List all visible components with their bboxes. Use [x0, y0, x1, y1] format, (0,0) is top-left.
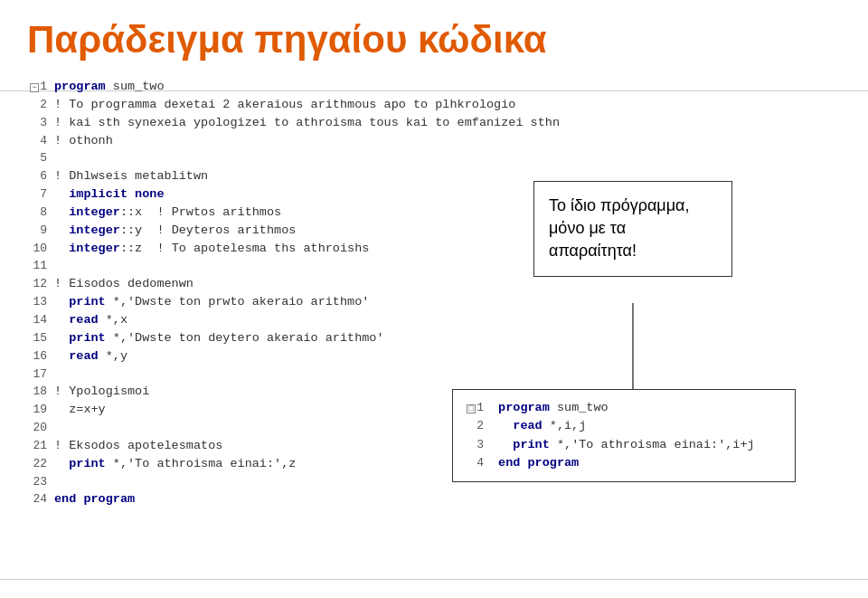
line-num: 6 [27, 168, 47, 185]
code-line-14: 14 read *,x [27, 311, 561, 329]
code-line-15: 15 print *,'Dwste ton deytero akeraio ar… [27, 329, 561, 347]
mini-code-line-1: □1 program sum_two [466, 399, 782, 417]
code-line-8: 8 integer::x ! Prwtos arithmos [27, 204, 561, 222]
code-line-16: 16 read *,y [27, 347, 561, 365]
code-text: read *,x [54, 311, 127, 329]
line-num: □1 [466, 399, 484, 417]
line-num: 5 [27, 150, 47, 167]
mini-code-text: end program [498, 456, 579, 470]
mini-code-line-2: 2 read *,i,j [466, 417, 782, 435]
line-num: 4 [466, 454, 484, 472]
line-num: 4 [27, 133, 47, 150]
mini-code-text: print *,'To athroisma einai:',i+j [498, 438, 755, 451]
tooltip-line2: μόνο με τα απαραίτητα! [549, 219, 637, 260]
bottom-divider [0, 579, 868, 580]
code-text: ! kai sth synexeia ypologizei to athrois… [54, 114, 560, 132]
code-line-5: 5 [27, 149, 561, 167]
mini-collapse-icon[interactable]: □ [467, 404, 476, 413]
code-line-7: 7 implicit none [27, 185, 561, 204]
line-num: 18 [27, 384, 47, 401]
code-text: print *,'Dwste ton deytero akeraio arith… [54, 329, 384, 347]
code-text: read *,y [54, 347, 127, 365]
mini-code-text: program sum_two [498, 401, 609, 414]
code-text [54, 419, 61, 437]
code-text: program sum_two [54, 78, 165, 96]
line-num: 22 [27, 456, 47, 473]
code-line-4: 4 ! othonh [27, 132, 561, 150]
line-num: 8 [27, 204, 47, 222]
mini-code-line-3: 3 print *,'To athroisma einai:',i+j [466, 436, 782, 454]
line-num: 20 [27, 420, 47, 437]
line-num: 11 [27, 258, 47, 275]
code-text: print *,'Dwste ton prwto akeraio arithmo… [54, 293, 369, 311]
code-line-1: −1 program sum_two [27, 78, 561, 96]
code-text: ! Eisodos dedomenwn [54, 275, 193, 293]
code-line-9: 9 integer::y ! Deyteros arithmos [27, 222, 561, 240]
code-text: implicit none [54, 185, 165, 204]
code-line-2: 2 ! To programma dexetai 2 akeraious ari… [27, 96, 561, 114]
line-num: −1 [27, 79, 47, 96]
line-num: 17 [27, 366, 47, 384]
mini-code-line-4: 4 end program [466, 454, 782, 472]
code-line-3: 3 ! kai sth synexeia ypologizei to athro… [27, 114, 561, 132]
code-text: ! To programma dexetai 2 akeraious arith… [54, 96, 515, 114]
line-num: 24 [27, 491, 47, 508]
code-text: print *,'To athroisma einai:',z [54, 455, 296, 473]
code-text [54, 473, 61, 491]
code-text: ! Ypologismoi [54, 383, 149, 401]
mini-code-box: □1 program sum_two 2 read *,i,j 3 print … [452, 389, 796, 482]
line-num: 2 [466, 417, 484, 435]
code-line-24: 24 end program [27, 490, 561, 508]
code-line-11: 11 [27, 257, 561, 275]
code-text: z=x+y [54, 401, 106, 419]
line-num: 3 [466, 436, 484, 454]
code-text: integer::y ! Deyteros arithmos [54, 222, 296, 240]
line-num: 16 [27, 348, 47, 365]
line-num: 15 [27, 330, 47, 347]
line-num: 7 [27, 186, 47, 204]
code-text: end program [54, 490, 135, 508]
code-line-12: 12 ! Eisodos dedomenwn [27, 275, 561, 293]
line-num: 14 [27, 312, 47, 329]
line-num: 12 [27, 276, 47, 293]
code-line-17: 17 [27, 365, 561, 384]
line-num: 10 [27, 241, 47, 258]
code-text [54, 365, 61, 384]
code-text: ! Eksodos apotelesmatos [54, 437, 222, 455]
line-num: 2 [27, 97, 47, 114]
code-text: integer::z ! To apotelesma ths athroishs [54, 240, 369, 258]
slide-title: Παράδειγμα πηγαίου κώδικα [27, 18, 841, 62]
code-line-6: 6 ! Dhlwseis metablitwn [27, 167, 561, 185]
code-text [54, 257, 61, 275]
code-text: integer::x ! Prwtos arithmos [54, 204, 281, 222]
line-num: 19 [27, 402, 47, 419]
line-num: 23 [27, 474, 47, 491]
code-text: ! Dhlwseis metablitwn [54, 167, 208, 185]
code-text [54, 149, 61, 167]
collapse-icon[interactable]: − [30, 83, 39, 92]
mini-code-text: read *,i,j [498, 419, 586, 432]
slide: Παράδειγμα πηγαίου κώδικα −1 program sum… [0, 0, 868, 598]
tooltip-box: Το ίδιο πρόγραμμα, μόνο με τα απαραίτητα… [533, 181, 732, 277]
code-line-10: 10 integer::z ! To apotelesma ths athroi… [27, 240, 561, 258]
line-num: 9 [27, 223, 47, 240]
code-text: ! othonh [54, 132, 113, 150]
tooltip-line1: Το ίδιο πρόγραμμα, [549, 196, 690, 214]
code-line-13: 13 print *,'Dwste ton prwto akeraio arit… [27, 293, 561, 311]
line-num: 21 [27, 438, 47, 455]
line-num: 3 [27, 115, 47, 132]
line-num: 13 [27, 294, 47, 311]
